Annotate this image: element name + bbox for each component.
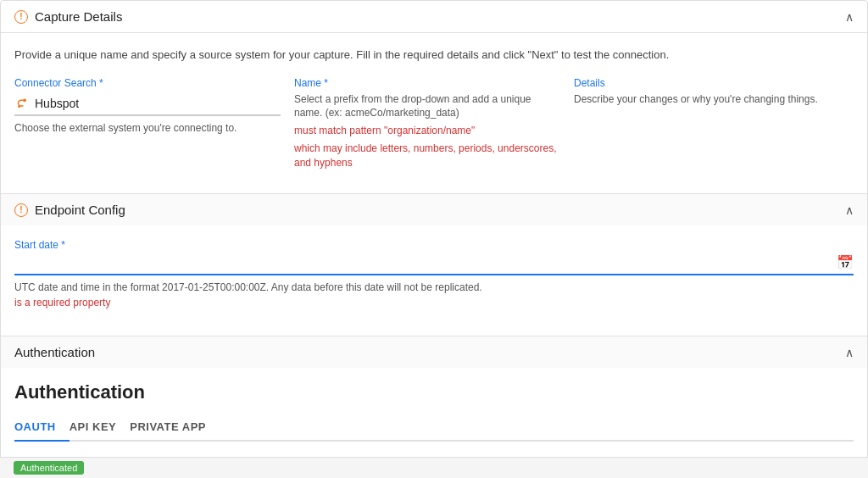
authenticated-status: Authenticated: [14, 461, 84, 475]
capture-details-section: ! Capture Details ∧ Provide a unique nam…: [0, 0, 868, 478]
capture-details-body: Provide a unique name and specify a sour…: [1, 33, 867, 193]
endpoint-info-icon: !: [14, 203, 28, 217]
authentication-title: Authentication: [14, 381, 854, 403]
hubspot-icon: [14, 96, 30, 111]
authentication-header[interactable]: Authentication ∧: [1, 336, 867, 368]
start-date-label: Start date *: [14, 239, 854, 251]
tab-api-key[interactable]: API KEY: [70, 414, 131, 440]
details-helper: Describe your changes or why you're chan…: [574, 92, 854, 107]
name-error-2: which may include letters, numbers, peri…: [294, 142, 560, 170]
endpoint-chevron-up-icon: ∧: [845, 203, 854, 217]
chevron-up-icon: ∧: [845, 10, 854, 24]
svg-point-0: [23, 98, 26, 102]
capture-details-description: Provide a unique name and specify a sour…: [14, 47, 854, 64]
connector-helper: Choose the external system you're connec…: [14, 121, 281, 136]
page-wrapper: ! Capture Details ∧ Provide a unique nam…: [0, 0, 868, 478]
details-col: Details Describe your changes or why you…: [574, 77, 854, 181]
authentication-section-title: Authentication: [14, 345, 95, 359]
name-helper: Select a prefix from the drop-down and a…: [294, 92, 560, 121]
tab-oauth[interactable]: OAUTH: [14, 414, 70, 440]
start-date-input-wrapper: 📅: [14, 254, 854, 275]
connector-search-col: Connector Search * Hubspot Choose the: [14, 77, 294, 181]
endpoint-config-body: Start date * 📅 UTC date and time in the …: [1, 225, 867, 336]
name-label: Name: [294, 77, 560, 89]
authentication-tabs: OAUTH API KEY PRIVATE APP: [14, 414, 854, 442]
start-date-helper: UTC date and time in the format 2017-01-…: [14, 281, 854, 295]
endpoint-config-header[interactable]: ! Endpoint Config ∧: [1, 194, 867, 225]
details-label: Details: [574, 77, 854, 89]
endpoint-config-header-left: ! Endpoint Config: [14, 203, 125, 217]
authentication-header-left: Authentication: [14, 345, 95, 359]
authentication-chevron-up-icon: ∧: [845, 346, 854, 359]
capture-details-header[interactable]: ! Capture Details ∧: [1, 1, 867, 33]
name-error-1: must match pattern "organization/name": [294, 124, 560, 138]
start-date-input[interactable]: [14, 256, 837, 270]
connector-value-text: Hubspot: [35, 97, 79, 110]
calendar-icon[interactable]: 📅: [837, 254, 854, 270]
name-col: Name Select a prefix from the drop-down …: [294, 77, 574, 181]
capture-details-form: Connector Search * Hubspot Choose the: [14, 77, 854, 181]
svg-point-1: [18, 104, 20, 107]
connector-label: Connector Search *: [14, 77, 281, 89]
capture-details-title: Capture Details: [35, 9, 122, 24]
connector-value[interactable]: Hubspot: [14, 92, 281, 116]
start-date-error: is a required property: [14, 297, 854, 308]
tab-private-app[interactable]: PRIVATE APP: [130, 414, 220, 440]
info-icon: !: [14, 10, 28, 24]
endpoint-config-section: ! Endpoint Config ∧ Start date * 📅 UTC d…: [1, 193, 867, 336]
status-bar: Authenticated: [0, 457, 868, 478]
endpoint-config-title: Endpoint Config: [35, 203, 125, 217]
capture-details-header-left: ! Capture Details: [14, 9, 122, 24]
start-date-section: Start date * 📅 UTC date and time in the …: [14, 239, 854, 308]
